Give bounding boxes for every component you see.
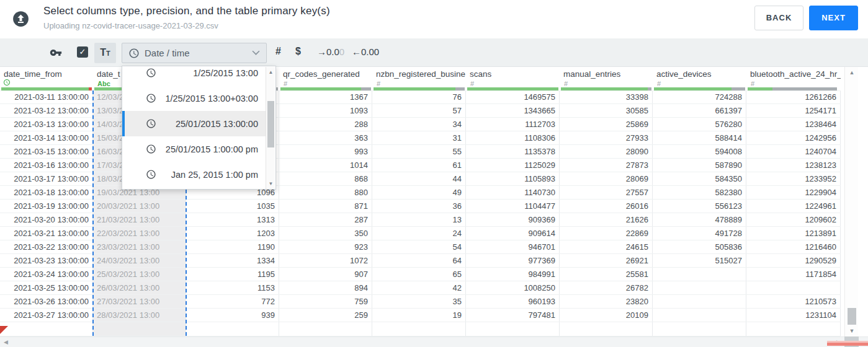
table-cell[interactable]: 34: [372, 118, 466, 131]
table-cell[interactable]: 1093: [279, 104, 372, 118]
table-cell[interactable]: 54: [372, 240, 466, 254]
table-cell[interactable]: 24/03/2021 13:00: [93, 254, 186, 268]
primary-key-icon[interactable]: [49, 46, 63, 61]
table-cell[interactable]: 1190: [186, 240, 279, 254]
table-cell[interactable]: 1014: [279, 159, 372, 172]
table-cell[interactable]: [746, 281, 841, 295]
table-cell[interactable]: 22/03/2021 13:00: [93, 227, 186, 240]
scroll-down-icon[interactable]: ▼: [266, 181, 275, 187]
table-cell[interactable]: 894: [279, 281, 372, 295]
date-format-option[interactable]: 25/01/2015 13:00:00: [122, 111, 267, 136]
column-header-bluetooth_active_24_hr_[interactable]: bluetooth_active_24_hr_#: [746, 67, 841, 87]
table-cell[interactable]: 1334: [186, 254, 279, 268]
table-cell[interactable]: 772: [186, 295, 279, 309]
table-cell[interactable]: 65: [372, 268, 466, 281]
table-cell[interactable]: 1367: [279, 90, 372, 104]
table-cell[interactable]: 515027: [653, 254, 746, 268]
table-cell[interactable]: 909614: [466, 227, 560, 240]
date-format-option[interactable]: Jan 25, 2015 1:00 pm: [122, 162, 267, 187]
table-cell[interactable]: 582380: [653, 186, 746, 200]
table-cell[interactable]: 1231104: [746, 309, 841, 322]
table-cell[interactable]: 1104477: [466, 200, 560, 213]
table-cell[interactable]: 20109: [560, 309, 653, 322]
table-cell[interactable]: 923: [279, 240, 372, 254]
table-cell[interactable]: 939: [186, 309, 279, 322]
table-cell[interactable]: 288: [279, 118, 372, 131]
table-cell[interactable]: 1035: [186, 200, 279, 213]
table-cell[interactable]: 20/03/2021 13:00: [93, 200, 186, 213]
table-cell[interactable]: 587890: [653, 159, 746, 172]
text-type-button[interactable]: Tt: [94, 43, 116, 63]
table-cell[interactable]: 880: [279, 186, 372, 200]
column-header-active_devices[interactable]: active_devices#: [653, 67, 746, 87]
scroll-down-icon[interactable]: ▼: [845, 328, 859, 334]
table-cell[interactable]: 993: [279, 145, 372, 159]
popup-scrollbar[interactable]: ▲▼: [266, 67, 275, 189]
table-cell[interactable]: 1261266: [746, 90, 841, 104]
table-cell[interactable]: 1254171: [746, 104, 841, 118]
table-cell[interactable]: 1313: [186, 213, 279, 227]
table-cell[interactable]: 21626: [560, 213, 653, 227]
table-cell[interactable]: 64: [372, 254, 466, 268]
table-cell[interactable]: 35: [372, 295, 466, 309]
table-cell[interactable]: 946701: [466, 240, 560, 254]
table-cell[interactable]: 2021-03-20 13:00:00: [0, 213, 93, 227]
table-cell[interactable]: 759: [279, 295, 372, 309]
table-cell[interactable]: 23/03/2021 13:00: [93, 240, 186, 254]
column-header-nzbn_registered_busine[interactable]: nzbn_registered_busine#: [372, 67, 466, 87]
table-cell[interactable]: 1112703: [466, 118, 560, 131]
table-cell[interactable]: 505836: [653, 240, 746, 254]
table-cell[interactable]: 1216460: [746, 240, 841, 254]
table-cell[interactable]: 1105893: [466, 172, 560, 186]
table-cell[interactable]: 61: [372, 159, 466, 172]
table-cell[interactable]: 27933: [560, 131, 653, 145]
table-cell[interactable]: 977369: [466, 254, 560, 268]
table-cell[interactable]: 984991: [466, 268, 560, 281]
column-header-manual_entries[interactable]: manual_entries#: [560, 67, 653, 87]
table-cell[interactable]: 22869: [560, 227, 653, 240]
table-cell[interactable]: 1209602: [746, 213, 841, 227]
popup-scrollbar-thumb[interactable]: [267, 101, 274, 147]
table-cell[interactable]: 556123: [653, 200, 746, 213]
number-type-button[interactable]: #: [275, 46, 281, 57]
table-cell[interactable]: 661397: [653, 104, 746, 118]
table-cell[interactable]: 2021-03-14 13:00:00: [0, 131, 93, 145]
table-cell[interactable]: 27557: [560, 186, 653, 200]
table-cell[interactable]: 26921: [560, 254, 653, 268]
table-cell[interactable]: 1213891: [746, 227, 841, 240]
table-cell[interactable]: 1210573: [746, 295, 841, 309]
table-cell[interactable]: 27/03/2021 13:00: [93, 295, 186, 309]
scroll-up-icon[interactable]: ▲: [845, 69, 859, 76]
table-cell[interactable]: 907: [279, 268, 372, 281]
table-cell[interactable]: 1108306: [466, 131, 560, 145]
table-cell[interactable]: 25869: [560, 118, 653, 131]
table-cell[interactable]: 1229904: [746, 186, 841, 200]
table-cell[interactable]: 2021-03-26 13:00:00: [0, 295, 93, 309]
table-cell[interactable]: 25581: [560, 268, 653, 281]
table-cell[interactable]: 24615: [560, 240, 653, 254]
table-cell[interactable]: 55: [372, 145, 466, 159]
table-cell[interactable]: 13: [372, 213, 466, 227]
table-cell[interactable]: 2021-03-21 13:00:00: [0, 227, 93, 240]
table-cell[interactable]: 1153: [186, 281, 279, 295]
table-cell[interactable]: 2021-03-25 13:00:00: [0, 281, 93, 295]
table-cell[interactable]: 2021-03-22 13:00:00: [0, 240, 93, 254]
table-cell[interactable]: 797481: [466, 309, 560, 322]
date-format-option[interactable]: 1/25/2015 13:00+03:00: [122, 86, 267, 111]
table-cell[interactable]: 26016: [560, 200, 653, 213]
table-cell[interactable]: 1203: [186, 227, 279, 240]
table-cell[interactable]: 1238464: [746, 118, 841, 131]
table-cell[interactable]: 724288: [653, 90, 746, 104]
table-cell[interactable]: 1224961: [746, 200, 841, 213]
table-cell[interactable]: 1343665: [466, 104, 560, 118]
table-cell[interactable]: 2021-03-19 13:00:00: [0, 200, 93, 213]
table-cell[interactable]: 25/03/2021 13:00: [93, 268, 186, 281]
table-cell[interactable]: 24: [372, 227, 466, 240]
table-cell[interactable]: 76: [372, 90, 466, 104]
table-cell[interactable]: 960193: [466, 295, 560, 309]
horizontal-scrollbar[interactable]: ◀ ▶: [0, 336, 868, 347]
table-cell[interactable]: 2021-03-13 13:00:00: [0, 118, 93, 131]
next-button[interactable]: NEXT: [809, 6, 858, 30]
decrease-precision-button[interactable]: ←0.00: [352, 46, 379, 57]
increase-precision-button[interactable]: →0.00: [317, 46, 344, 57]
